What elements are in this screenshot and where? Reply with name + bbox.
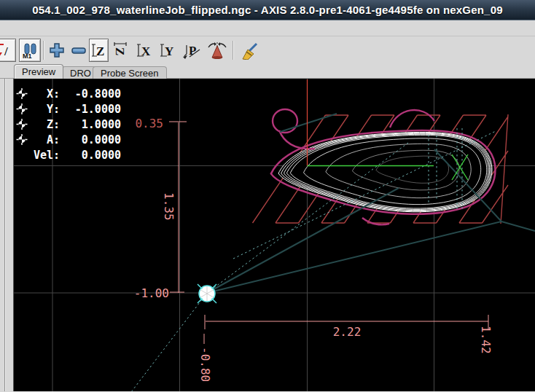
dro-row-a: A: 0.0000 bbox=[16, 132, 121, 147]
homed-icon bbox=[16, 88, 29, 99]
dim-y-max: 0.35 bbox=[135, 117, 163, 130]
dro-axis-label: A: bbox=[29, 133, 60, 146]
zoom-out-icon bbox=[70, 42, 87, 59]
broom-icon bbox=[238, 41, 259, 60]
view-z-icon: Z bbox=[90, 41, 108, 60]
view-x-icon: X bbox=[136, 41, 153, 60]
dro-row-z: Z: 1.0000 bbox=[16, 117, 121, 132]
zoom-in-button[interactable] bbox=[47, 39, 67, 62]
view-perspective-button[interactable]: P bbox=[181, 39, 202, 62]
view-z-button[interactable]: Z bbox=[89, 39, 109, 62]
dro-readout: X: -0.8000 Y: -1.0000 Z: 1.000 bbox=[16, 86, 121, 162]
dim-x-min: -0.80 bbox=[198, 347, 212, 382]
homed-icon bbox=[16, 119, 29, 130]
window-title: 054.1_002_978_waterlineJob_flipped.ngc -… bbox=[32, 4, 503, 16]
dro-row-vel: Vel: 0.0000 bbox=[16, 147, 121, 162]
tab-bar: Preview DRO Probe Screen bbox=[0, 64, 535, 79]
dro-axis-label: X: bbox=[29, 87, 60, 101]
tab-label: DRO bbox=[70, 68, 91, 79]
dro-row-y: Y: -1.0000 bbox=[16, 101, 121, 117]
pane-sash-highlight bbox=[5, 79, 6, 391]
dro-axis-label: Vel: bbox=[29, 149, 60, 162]
svg-text:Z: Z bbox=[96, 44, 104, 58]
svg-text:M1: M1 bbox=[23, 52, 32, 59]
toolbar-separator bbox=[43, 41, 44, 60]
rotate-view-icon bbox=[206, 41, 228, 60]
dro-row-x: X: -0.8000 bbox=[16, 86, 121, 101]
toolbar: / M1 Z bbox=[0, 36, 535, 64]
dim-y-span: 1.35 bbox=[162, 192, 176, 221]
tool-marker bbox=[198, 284, 216, 303]
axis-window: 054.1_002_978_waterlineJob_flipped.ngc -… bbox=[0, 0, 535, 392]
menu-strip bbox=[0, 20, 535, 36]
toolbar-separator bbox=[233, 41, 234, 60]
dro-axis-value: 0.0000 bbox=[60, 133, 121, 146]
zoom-in-icon bbox=[48, 42, 66, 59]
view-z-rotated-button[interactable]: Z bbox=[111, 39, 130, 62]
dro-axis-value: -1.0000 bbox=[60, 103, 121, 116]
view-y-icon: Y bbox=[159, 41, 176, 60]
canvas-border bbox=[13, 79, 14, 391]
titlebar[interactable]: 054.1_002_978_waterlineJob_flipped.ngc -… bbox=[0, 0, 535, 20]
view-perspective-icon: P bbox=[182, 41, 201, 60]
dro-axis-label: Y: bbox=[29, 103, 60, 116]
view-x-button[interactable]: X bbox=[134, 39, 154, 62]
zoom-out-button[interactable] bbox=[69, 39, 89, 62]
dim-y-min: -1.00 bbox=[134, 286, 169, 300]
view-z-rotated-icon: Z bbox=[112, 41, 130, 60]
dro-axis-label: Z: bbox=[29, 118, 60, 131]
svg-text:Y: Y bbox=[165, 44, 173, 58]
dim-x-max: 1.42 bbox=[479, 326, 493, 354]
dro-axis-value: 0.0000 bbox=[60, 149, 121, 162]
dim-x-span: 2.22 bbox=[333, 325, 362, 339]
dro-axis-value: -0.8000 bbox=[60, 87, 121, 101]
tab-probe-screen[interactable]: Probe Screen bbox=[93, 66, 167, 79]
tab-label: Preview bbox=[22, 66, 55, 77]
dro-axis-value: 1.0000 bbox=[60, 118, 121, 131]
rotate-view-button[interactable] bbox=[206, 39, 229, 62]
preview-canvas[interactable]: 0.35 -1.00 1.35 2.22 -0.80 1.42 bbox=[0, 79, 535, 391]
skip-lines-button[interactable]: / bbox=[0, 39, 16, 62]
homed-icon bbox=[16, 134, 29, 145]
svg-text:Z: Z bbox=[113, 47, 127, 55]
tab-label: Probe Screen bbox=[101, 68, 159, 79]
tab-preview[interactable]: Preview bbox=[14, 64, 63, 79]
skip-lines-icon: / bbox=[0, 42, 14, 59]
svg-text:P: P bbox=[189, 44, 196, 58]
homed-icon bbox=[16, 103, 29, 114]
left-gutter bbox=[0, 79, 14, 391]
svg-text:/: / bbox=[4, 44, 8, 58]
svg-text:X: X bbox=[141, 44, 151, 58]
optional-pause-button[interactable]: M1 bbox=[19, 39, 41, 62]
clear-plot-button[interactable] bbox=[237, 39, 260, 62]
view-y-button[interactable]: Y bbox=[157, 39, 177, 62]
optional-pause-icon: M1 bbox=[21, 42, 39, 59]
